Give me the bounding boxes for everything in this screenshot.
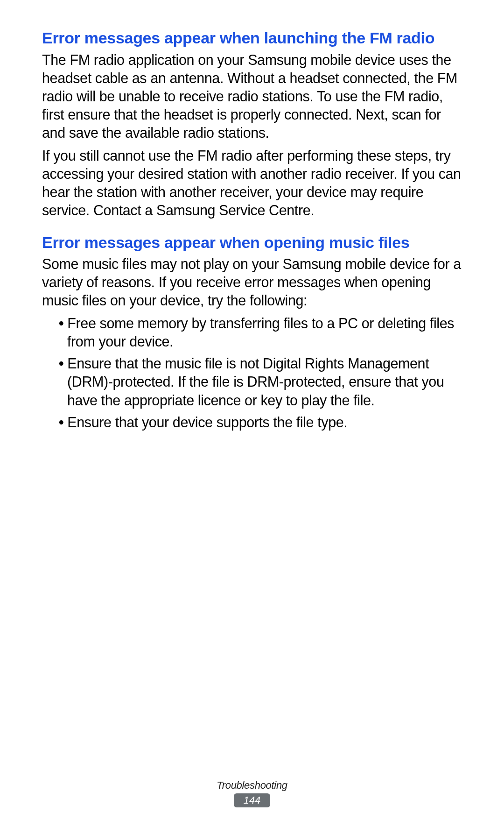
list-item: Free some memory by transferring files t… <box>50 314 462 351</box>
paragraph: The FM radio application on your Samsung… <box>42 51 462 142</box>
section-heading: Error messages appear when opening music… <box>42 233 462 253</box>
paragraph: If you still cannot use the FM radio aft… <box>42 147 462 219</box>
page-number-badge: 144 <box>234 793 270 807</box>
footer-section-name: Troubleshooting <box>0 779 504 792</box>
bullet-list: Free some memory by transferring files t… <box>42 314 462 431</box>
paragraph: Some music files may not play on your Sa… <box>42 255 462 310</box>
page-footer: Troubleshooting 144 <box>0 779 504 807</box>
document-page: Error messages appear when launching the… <box>0 0 504 827</box>
section-heading: Error messages appear when launching the… <box>42 28 462 48</box>
content-area: Error messages appear when launching the… <box>42 28 462 431</box>
list-item: Ensure that your device supports the fil… <box>50 413 462 431</box>
list-item: Ensure that the music file is not Digita… <box>50 354 462 409</box>
